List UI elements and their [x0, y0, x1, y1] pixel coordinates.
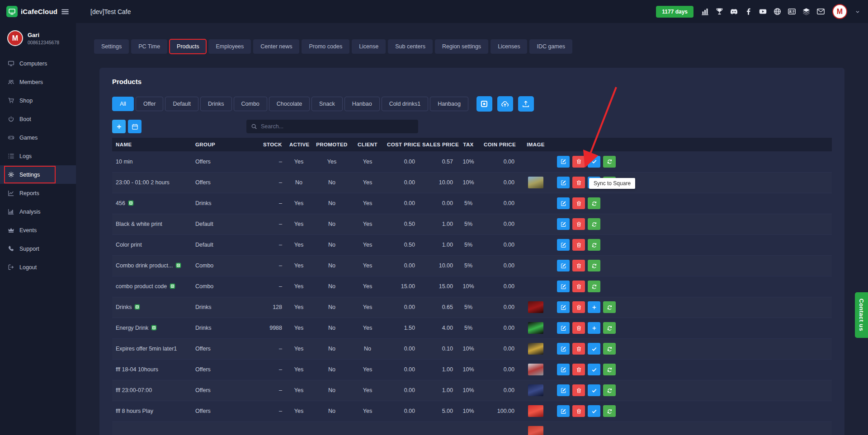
- edit-product-button[interactable]: [557, 156, 570, 168]
- sync-to-square-button[interactable]: [603, 156, 616, 168]
- trophy-icon[interactable]: [715, 7, 724, 16]
- tab-promo-codes[interactable]: Promo codes: [302, 39, 349, 54]
- sync-to-square-button[interactable]: [588, 281, 600, 292]
- delete-product-button[interactable]: [572, 405, 585, 417]
- stats-icon[interactable]: [701, 7, 709, 16]
- square-badge-icon: [151, 325, 157, 331]
- filter-drinks[interactable]: Drinks: [200, 97, 231, 111]
- tab-pc-time[interactable]: PC Time: [131, 39, 167, 54]
- delete-product-button[interactable]: [572, 239, 585, 251]
- edit-product-button[interactable]: [557, 364, 570, 375]
- add-product-button[interactable]: [112, 120, 126, 133]
- add-stock-button[interactable]: [588, 322, 600, 334]
- filter-default[interactable]: Default: [165, 97, 198, 111]
- hamburger-icon[interactable]: [61, 7, 70, 16]
- contact-us-button[interactable]: Contact us: [855, 292, 868, 338]
- sidebar-item-reports[interactable]: Reports: [0, 184, 76, 202]
- approve-product-button[interactable]: [588, 364, 600, 375]
- delete-product-button[interactable]: [572, 343, 585, 355]
- sidebar-item-shop[interactable]: Shop: [0, 91, 76, 110]
- tab-licenses[interactable]: Licenses: [491, 39, 527, 54]
- tab-sub-centers[interactable]: Sub centers: [388, 39, 433, 54]
- edit-product-button[interactable]: [557, 260, 570, 271]
- tab-region-settings[interactable]: Region settings: [435, 39, 488, 54]
- approve-product-button[interactable]: [588, 343, 600, 355]
- tab-products[interactable]: Products: [170, 39, 206, 54]
- sidebar-item-logs[interactable]: Logs: [0, 147, 76, 165]
- delete-product-button[interactable]: [572, 260, 585, 271]
- sidebar-item-analysis[interactable]: Analysis: [0, 202, 76, 221]
- approve-product-button[interactable]: [588, 384, 600, 396]
- delete-product-button[interactable]: [572, 322, 585, 334]
- filter-combo[interactable]: Combo: [234, 97, 267, 111]
- edit-product-button[interactable]: [557, 177, 570, 188]
- sidebar-item-settings[interactable]: Settings: [0, 165, 76, 184]
- tab-license[interactable]: License: [352, 39, 386, 54]
- globe-icon[interactable]: [773, 7, 782, 16]
- layers-icon[interactable]: [802, 7, 811, 16]
- sidebar-item-games[interactable]: Games: [0, 128, 76, 147]
- edit-product-button[interactable]: [557, 343, 570, 355]
- filter-hanbao[interactable]: Hanbao: [344, 97, 380, 111]
- filter-offer[interactable]: Offer: [136, 97, 164, 111]
- tab-employees[interactable]: Employees: [208, 39, 251, 54]
- approve-product-button[interactable]: [588, 156, 600, 168]
- edit-product-button[interactable]: [557, 239, 570, 251]
- delete-product-button[interactable]: [572, 177, 585, 188]
- tab-center-news[interactable]: Center news: [253, 39, 299, 54]
- delete-product-button[interactable]: [572, 218, 585, 230]
- delete-product-button[interactable]: [572, 364, 585, 375]
- edit-product-button[interactable]: [557, 405, 570, 417]
- sync-to-square-button[interactable]: [603, 384, 616, 396]
- sidebar-item-events[interactable]: Events: [0, 221, 76, 239]
- sidebar-item-logout[interactable]: Logout: [0, 258, 76, 276]
- license-days-badge[interactable]: 1177 days: [656, 6, 693, 18]
- filter-hanbaog[interactable]: Hanbaog: [430, 97, 468, 111]
- approve-product-button[interactable]: [588, 405, 600, 417]
- delete-product-button[interactable]: [572, 301, 585, 313]
- sync-to-square-button[interactable]: [588, 197, 600, 209]
- search-input[interactable]: [261, 123, 414, 130]
- edit-product-button[interactable]: [557, 197, 570, 209]
- sync-to-square-button[interactable]: [588, 260, 600, 271]
- edit-product-button[interactable]: [557, 281, 570, 292]
- id-card-icon[interactable]: [788, 7, 796, 16]
- filter-snack[interactable]: Snack: [311, 97, 343, 111]
- upload-button[interactable]: [518, 96, 534, 112]
- sidebar-item-computers[interactable]: Computers: [0, 54, 76, 73]
- sync-to-square-button[interactable]: [603, 322, 616, 334]
- sidebar-item-members[interactable]: Members: [0, 73, 76, 91]
- filter-cold-drinks1[interactable]: Cold drinks1: [382, 97, 428, 111]
- cloud-upload-button[interactable]: [497, 96, 513, 112]
- delete-product-button[interactable]: [572, 281, 585, 292]
- add-stock-button[interactable]: [588, 301, 600, 313]
- user-avatar[interactable]: M: [832, 4, 847, 19]
- sync-to-square-button[interactable]: [588, 239, 600, 251]
- filter-chocolate[interactable]: Chocolate: [269, 97, 310, 111]
- edit-product-button[interactable]: [557, 301, 570, 313]
- tab-idc-games[interactable]: IDC games: [529, 39, 572, 54]
- delete-product-button[interactable]: [572, 156, 585, 168]
- edit-product-button[interactable]: [557, 218, 570, 230]
- delete-product-button[interactable]: [572, 197, 585, 209]
- chevron-down-icon[interactable]: [854, 9, 861, 15]
- edit-product-button[interactable]: [557, 322, 570, 334]
- sidebar-item-support[interactable]: Support: [0, 239, 76, 258]
- sync-to-square-button[interactable]: [603, 405, 616, 417]
- mail-icon[interactable]: [816, 7, 825, 16]
- facebook-icon[interactable]: [744, 7, 753, 16]
- filter-all[interactable]: All: [112, 97, 134, 111]
- cell-active: Yes: [286, 151, 312, 172]
- edit-product-button[interactable]: [557, 384, 570, 396]
- sync-square-button[interactable]: [476, 96, 492, 112]
- sync-to-square-button[interactable]: [603, 301, 616, 313]
- calendar-button[interactable]: [128, 120, 142, 133]
- tab-settings[interactable]: Settings: [94, 39, 129, 54]
- sync-to-square-button[interactable]: [603, 364, 616, 375]
- sidebar-item-boot[interactable]: Boot: [0, 110, 76, 128]
- youtube-icon[interactable]: [759, 7, 767, 16]
- delete-product-button[interactable]: [572, 384, 585, 396]
- discord-icon[interactable]: [730, 7, 738, 16]
- sync-to-square-button[interactable]: [588, 218, 600, 230]
- sync-to-square-button[interactable]: [603, 343, 616, 355]
